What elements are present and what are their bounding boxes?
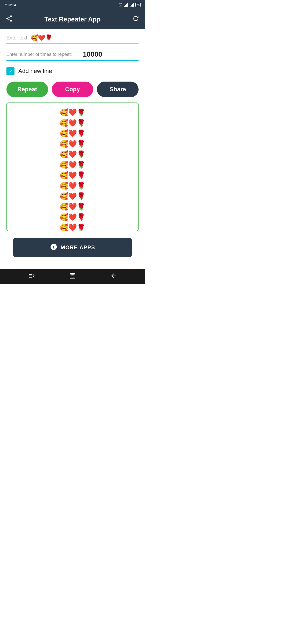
signal-bars-2 <box>130 3 134 7</box>
app-title: Text Repeater App <box>44 16 100 23</box>
buttons-row: Repeat Copy Share <box>6 82 139 97</box>
back-icon[interactable] <box>110 272 117 281</box>
menu-icon[interactable] <box>28 272 35 281</box>
signal-bars-1 <box>124 3 128 7</box>
main-content: Enter text: Enter number of times to rep… <box>0 29 145 269</box>
number-input[interactable] <box>74 50 106 58</box>
output-content: 🥰❤️🌹 🥰❤️🌹 🥰❤️🌹 🥰❤️🌹 🥰❤️🌹 🥰❤️🌹 🥰❤️🌹 🥰❤️🌹 … <box>11 107 134 231</box>
text-input-label: Enter text: <box>6 35 28 41</box>
bottom-nav <box>0 269 145 284</box>
home-icon[interactable] <box>69 272 76 281</box>
status-time: 7:13:14 <box>4 3 16 7</box>
text-input-row: Enter text: <box>6 34 139 44</box>
battery-indicator: 75 <box>135 3 141 7</box>
add-new-line-checkbox[interactable] <box>6 67 15 75</box>
more-apps-button[interactable]: MORE APPS <box>13 238 132 257</box>
output-area: 🥰❤️🌹 🥰❤️🌹 🥰❤️🌹 🥰❤️🌹 🥰❤️🌹 🥰❤️🌹 🥰❤️🌹 🥰❤️🌹 … <box>6 103 139 231</box>
refresh-icon[interactable] <box>132 15 140 24</box>
app-header: Text Repeater App <box>0 10 145 29</box>
download-circle-icon <box>50 243 57 252</box>
checkbox-label: Add new line <box>18 68 52 75</box>
repeat-button[interactable]: Repeat <box>6 82 48 97</box>
status-bar: 7:13:14 Vo LTE 75 <box>0 0 145 10</box>
checkbox-row: Add new line <box>6 67 139 75</box>
share-button[interactable]: Share <box>97 82 139 97</box>
more-apps-label: MORE APPS <box>61 244 95 251</box>
status-bar-right: Vo LTE 75 <box>119 3 141 7</box>
number-input-row: Enter number of times to repeat: <box>6 50 139 61</box>
network-type: Vo LTE <box>119 3 122 7</box>
copy-button[interactable]: Copy <box>52 82 93 97</box>
text-input[interactable] <box>31 34 139 41</box>
number-input-label: Enter number of times to repeat: <box>6 52 72 57</box>
share-icon[interactable] <box>5 15 13 24</box>
